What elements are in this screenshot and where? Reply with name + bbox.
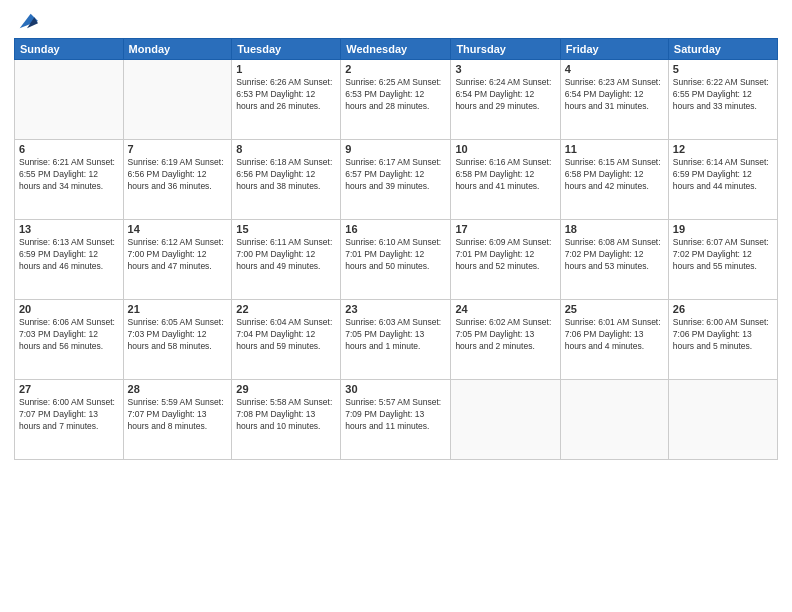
day-number: 1 — [236, 63, 336, 75]
day-info: Sunrise: 5:57 AM Sunset: 7:09 PM Dayligh… — [345, 397, 446, 433]
day-number: 19 — [673, 223, 773, 235]
day-info: Sunrise: 6:07 AM Sunset: 7:02 PM Dayligh… — [673, 237, 773, 273]
day-info: Sunrise: 6:04 AM Sunset: 7:04 PM Dayligh… — [236, 317, 336, 353]
calendar-day-cell: 21Sunrise: 6:05 AM Sunset: 7:03 PM Dayli… — [123, 300, 232, 380]
calendar-day-cell: 26Sunrise: 6:00 AM Sunset: 7:06 PM Dayli… — [668, 300, 777, 380]
day-number: 26 — [673, 303, 773, 315]
calendar-day-cell: 23Sunrise: 6:03 AM Sunset: 7:05 PM Dayli… — [341, 300, 451, 380]
day-info: Sunrise: 6:00 AM Sunset: 7:07 PM Dayligh… — [19, 397, 119, 433]
day-number: 9 — [345, 143, 446, 155]
calendar-day-cell: 30Sunrise: 5:57 AM Sunset: 7:09 PM Dayli… — [341, 380, 451, 460]
logo — [14, 10, 38, 32]
calendar-week-row: 27Sunrise: 6:00 AM Sunset: 7:07 PM Dayli… — [15, 380, 778, 460]
day-number: 11 — [565, 143, 664, 155]
day-number: 3 — [455, 63, 555, 75]
day-info: Sunrise: 6:09 AM Sunset: 7:01 PM Dayligh… — [455, 237, 555, 273]
day-info: Sunrise: 6:08 AM Sunset: 7:02 PM Dayligh… — [565, 237, 664, 273]
calendar-day-cell: 9Sunrise: 6:17 AM Sunset: 6:57 PM Daylig… — [341, 140, 451, 220]
day-number: 10 — [455, 143, 555, 155]
calendar-day-cell: 29Sunrise: 5:58 AM Sunset: 7:08 PM Dayli… — [232, 380, 341, 460]
calendar-day-cell — [668, 380, 777, 460]
calendar-day-cell — [15, 60, 124, 140]
calendar-day-cell: 4Sunrise: 6:23 AM Sunset: 6:54 PM Daylig… — [560, 60, 668, 140]
day-number: 16 — [345, 223, 446, 235]
calendar-day-cell: 17Sunrise: 6:09 AM Sunset: 7:01 PM Dayli… — [451, 220, 560, 300]
day-info: Sunrise: 6:24 AM Sunset: 6:54 PM Dayligh… — [455, 77, 555, 113]
day-number: 21 — [128, 303, 228, 315]
day-number: 23 — [345, 303, 446, 315]
weekday-header-cell: Friday — [560, 39, 668, 60]
day-number: 29 — [236, 383, 336, 395]
weekday-header-cell: Saturday — [668, 39, 777, 60]
calendar-week-row: 13Sunrise: 6:13 AM Sunset: 6:59 PM Dayli… — [15, 220, 778, 300]
calendar-day-cell: 27Sunrise: 6:00 AM Sunset: 7:07 PM Dayli… — [15, 380, 124, 460]
day-info: Sunrise: 6:02 AM Sunset: 7:05 PM Dayligh… — [455, 317, 555, 353]
day-info: Sunrise: 5:58 AM Sunset: 7:08 PM Dayligh… — [236, 397, 336, 433]
calendar-week-row: 1Sunrise: 6:26 AM Sunset: 6:53 PM Daylig… — [15, 60, 778, 140]
day-number: 28 — [128, 383, 228, 395]
day-number: 7 — [128, 143, 228, 155]
day-number: 2 — [345, 63, 446, 75]
weekday-header-cell: Sunday — [15, 39, 124, 60]
calendar-day-cell: 5Sunrise: 6:22 AM Sunset: 6:55 PM Daylig… — [668, 60, 777, 140]
calendar-day-cell: 2Sunrise: 6:25 AM Sunset: 6:53 PM Daylig… — [341, 60, 451, 140]
day-number: 24 — [455, 303, 555, 315]
calendar-day-cell: 13Sunrise: 6:13 AM Sunset: 6:59 PM Dayli… — [15, 220, 124, 300]
calendar-day-cell: 25Sunrise: 6:01 AM Sunset: 7:06 PM Dayli… — [560, 300, 668, 380]
day-number: 13 — [19, 223, 119, 235]
calendar-day-cell: 24Sunrise: 6:02 AM Sunset: 7:05 PM Dayli… — [451, 300, 560, 380]
weekday-header-cell: Tuesday — [232, 39, 341, 60]
day-number: 15 — [236, 223, 336, 235]
calendar-week-row: 6Sunrise: 6:21 AM Sunset: 6:55 PM Daylig… — [15, 140, 778, 220]
weekday-header-cell: Monday — [123, 39, 232, 60]
calendar-day-cell: 10Sunrise: 6:16 AM Sunset: 6:58 PM Dayli… — [451, 140, 560, 220]
day-info: Sunrise: 6:15 AM Sunset: 6:58 PM Dayligh… — [565, 157, 664, 193]
day-info: Sunrise: 6:06 AM Sunset: 7:03 PM Dayligh… — [19, 317, 119, 353]
day-number: 14 — [128, 223, 228, 235]
day-info: Sunrise: 6:17 AM Sunset: 6:57 PM Dayligh… — [345, 157, 446, 193]
day-info: Sunrise: 6:01 AM Sunset: 7:06 PM Dayligh… — [565, 317, 664, 353]
day-info: Sunrise: 6:03 AM Sunset: 7:05 PM Dayligh… — [345, 317, 446, 353]
day-info: Sunrise: 6:25 AM Sunset: 6:53 PM Dayligh… — [345, 77, 446, 113]
weekday-header-cell: Wednesday — [341, 39, 451, 60]
day-info: Sunrise: 6:19 AM Sunset: 6:56 PM Dayligh… — [128, 157, 228, 193]
calendar-day-cell: 15Sunrise: 6:11 AM Sunset: 7:00 PM Dayli… — [232, 220, 341, 300]
day-number: 12 — [673, 143, 773, 155]
day-number: 30 — [345, 383, 446, 395]
calendar-day-cell: 16Sunrise: 6:10 AM Sunset: 7:01 PM Dayli… — [341, 220, 451, 300]
day-number: 27 — [19, 383, 119, 395]
day-info: Sunrise: 6:13 AM Sunset: 6:59 PM Dayligh… — [19, 237, 119, 273]
calendar-body: 1Sunrise: 6:26 AM Sunset: 6:53 PM Daylig… — [15, 60, 778, 460]
day-number: 8 — [236, 143, 336, 155]
calendar-day-cell: 20Sunrise: 6:06 AM Sunset: 7:03 PM Dayli… — [15, 300, 124, 380]
day-info: Sunrise: 6:18 AM Sunset: 6:56 PM Dayligh… — [236, 157, 336, 193]
logo-icon — [16, 10, 38, 32]
day-info: Sunrise: 6:22 AM Sunset: 6:55 PM Dayligh… — [673, 77, 773, 113]
day-info: Sunrise: 6:12 AM Sunset: 7:00 PM Dayligh… — [128, 237, 228, 273]
day-info: Sunrise: 6:16 AM Sunset: 6:58 PM Dayligh… — [455, 157, 555, 193]
day-number: 20 — [19, 303, 119, 315]
calendar-day-cell: 3Sunrise: 6:24 AM Sunset: 6:54 PM Daylig… — [451, 60, 560, 140]
calendar-day-cell: 28Sunrise: 5:59 AM Sunset: 7:07 PM Dayli… — [123, 380, 232, 460]
day-info: Sunrise: 6:14 AM Sunset: 6:59 PM Dayligh… — [673, 157, 773, 193]
calendar-day-cell — [451, 380, 560, 460]
day-info: Sunrise: 6:26 AM Sunset: 6:53 PM Dayligh… — [236, 77, 336, 113]
calendar-day-cell: 19Sunrise: 6:07 AM Sunset: 7:02 PM Dayli… — [668, 220, 777, 300]
weekday-header-cell: Thursday — [451, 39, 560, 60]
day-number: 17 — [455, 223, 555, 235]
calendar-day-cell: 6Sunrise: 6:21 AM Sunset: 6:55 PM Daylig… — [15, 140, 124, 220]
calendar-day-cell: 14Sunrise: 6:12 AM Sunset: 7:00 PM Dayli… — [123, 220, 232, 300]
weekday-header-row: SundayMondayTuesdayWednesdayThursdayFrid… — [15, 39, 778, 60]
calendar-day-cell: 22Sunrise: 6:04 AM Sunset: 7:04 PM Dayli… — [232, 300, 341, 380]
calendar-table: SundayMondayTuesdayWednesdayThursdayFrid… — [14, 38, 778, 460]
calendar-day-cell — [123, 60, 232, 140]
calendar-day-cell: 12Sunrise: 6:14 AM Sunset: 6:59 PM Dayli… — [668, 140, 777, 220]
day-info: Sunrise: 6:05 AM Sunset: 7:03 PM Dayligh… — [128, 317, 228, 353]
calendar-day-cell — [560, 380, 668, 460]
day-number: 18 — [565, 223, 664, 235]
day-number: 22 — [236, 303, 336, 315]
day-number: 4 — [565, 63, 664, 75]
calendar-day-cell: 7Sunrise: 6:19 AM Sunset: 6:56 PM Daylig… — [123, 140, 232, 220]
day-number: 25 — [565, 303, 664, 315]
calendar-day-cell: 18Sunrise: 6:08 AM Sunset: 7:02 PM Dayli… — [560, 220, 668, 300]
